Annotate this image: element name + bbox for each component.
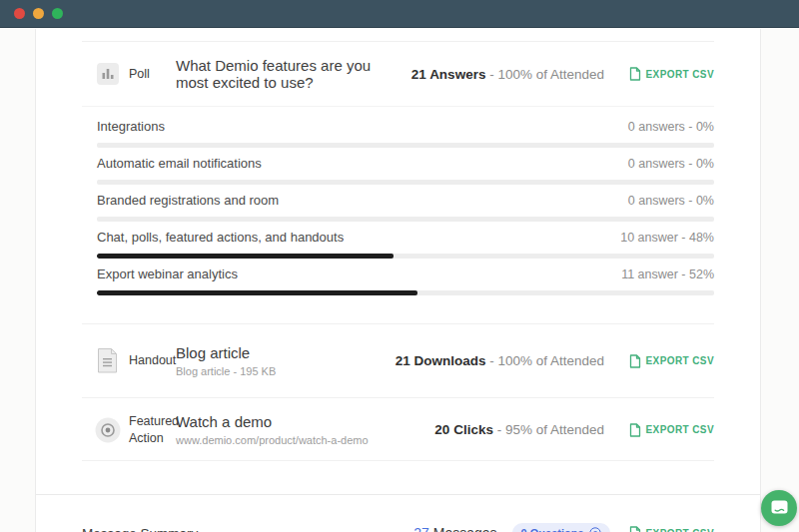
file-icon — [629, 67, 641, 81]
messages-label: Messages — [433, 525, 497, 532]
handout-section: Handout Blog article Blog article - 195 … — [82, 324, 714, 398]
poll-option-bar-track — [97, 254, 714, 259]
messages-stat: 27 Messages — [413, 525, 496, 532]
handout-stats: 21 Downloads - 100% of Attended — [396, 353, 604, 368]
poll-stats: 21 Answers - 100% of Attended — [411, 67, 604, 82]
message-summary-section: Message Summary 27 Messages 0 Questions … — [36, 495, 760, 532]
message-summary-title: Message Summary — [82, 526, 198, 532]
handout-export-csv-button[interactable]: EXPORT CSV — [622, 354, 714, 368]
messages-count: 27 — [413, 525, 429, 532]
handout-attended-percent: - 100% of Attended — [485, 353, 604, 368]
poll-options: Integrations 0 answers - 0% Automatic em… — [82, 107, 714, 324]
poll-option-row: Integrations 0 answers - 0% — [82, 115, 714, 152]
questions-badge[interactable]: 0 Questions ? — [512, 523, 610, 532]
messages-export-csv-button[interactable]: EXPORT CSV — [629, 526, 714, 532]
maximize-window-button[interactable] — [52, 8, 63, 19]
svg-text:?: ? — [592, 529, 597, 532]
poll-option-label: Integrations — [97, 119, 165, 135]
poll-option-row: Branded registrations and room 0 answers… — [82, 189, 714, 226]
poll-section: Poll What Demio features are you most ex… — [82, 41, 714, 324]
handout-type-label: Handout — [129, 352, 176, 368]
poll-option-stat: 0 answers - 0% — [628, 194, 714, 208]
featured-action-url: www.demio.com/product/watch-a-demo — [176, 434, 424, 446]
export-csv-label: EXPORT CSV — [646, 424, 714, 435]
file-icon — [629, 354, 641, 368]
minimize-window-button[interactable] — [33, 8, 44, 19]
poll-type-cell: Poll — [82, 63, 176, 85]
handout-downloads-count: 21 Downloads — [396, 353, 486, 368]
poll-answers-count: 21 Answers — [411, 67, 486, 82]
export-csv-label: EXPORT CSV — [646, 69, 714, 80]
poll-option-bar-fill — [97, 290, 417, 295]
featured-action-attended-percent: - 95% of Attended — [493, 422, 604, 437]
poll-type-label: Poll — [129, 66, 150, 82]
window-titlebar — [0, 0, 799, 28]
featured-action-type-label: Featured Action — [129, 413, 179, 446]
poll-option-bar-track — [97, 180, 714, 185]
questions-badge-label: 0 Questions — [521, 527, 584, 532]
featured-action-clicks-count: 20 Clicks — [434, 422, 493, 437]
handout-subtitle: Blog article - 195 KB — [176, 365, 386, 377]
poll-option-label: Branded registrations and room — [97, 193, 279, 209]
poll-option-bar-track — [97, 290, 714, 295]
poll-option-bar-track — [97, 217, 714, 222]
chat-widget-button[interactable] — [761, 490, 797, 526]
export-csv-label: EXPORT CSV — [646, 355, 714, 366]
poll-option-stat: 0 answers - 0% — [628, 120, 714, 134]
poll-attended-percent: - 100% of Attended — [485, 67, 604, 82]
target-icon — [95, 417, 121, 443]
analytics-page: Poll What Demio features are you most ex… — [35, 29, 761, 532]
handout-type-cell: Handout — [82, 347, 176, 374]
poll-export-csv-button[interactable]: EXPORT CSV — [622, 67, 714, 81]
featured-action-export-csv-button[interactable]: EXPORT CSV — [622, 423, 714, 437]
featured-action-type-cell: Featured Action — [82, 413, 176, 446]
poll-option-row: Chat, polls, featured actions, and hando… — [82, 226, 714, 263]
file-icon — [629, 423, 641, 437]
poll-option-label: Automatic email notifications — [97, 156, 262, 172]
export-csv-label: EXPORT CSV — [646, 528, 714, 532]
poll-option-label: Export webinar analytics — [97, 266, 238, 282]
poll-option-label: Chat, polls, featured actions, and hando… — [97, 230, 344, 246]
poll-option-bar-fill — [97, 254, 394, 259]
featured-action-stats: 20 Clicks - 95% of Attended — [434, 422, 604, 437]
bar-chart-icon — [97, 63, 119, 85]
poll-option-stat: 0 answers - 0% — [628, 157, 714, 171]
poll-option-row: Export webinar analytics 11 answer - 52% — [82, 263, 714, 299]
file-icon — [629, 526, 641, 532]
poll-option-stat: 10 answer - 48% — [620, 231, 714, 245]
poll-option-row: Automatic email notifications 0 answers … — [82, 152, 714, 189]
featured-action-title: Watch a demo — [176, 413, 424, 430]
handout-title: Blog article — [176, 344, 386, 361]
chat-bubble-icon — [771, 500, 788, 516]
poll-header-row: Poll What Demio features are you most ex… — [82, 41, 714, 107]
question-circle-icon: ? — [589, 527, 601, 532]
document-icon — [97, 347, 118, 374]
poll-question: What Demio features are you most excited… — [176, 57, 411, 91]
poll-option-bar-track — [97, 143, 714, 148]
poll-option-stat: 11 answer - 52% — [621, 267, 714, 281]
close-window-button[interactable] — [14, 8, 25, 19]
featured-action-section: Featured Action Watch a demo www.demio.c… — [82, 398, 714, 461]
